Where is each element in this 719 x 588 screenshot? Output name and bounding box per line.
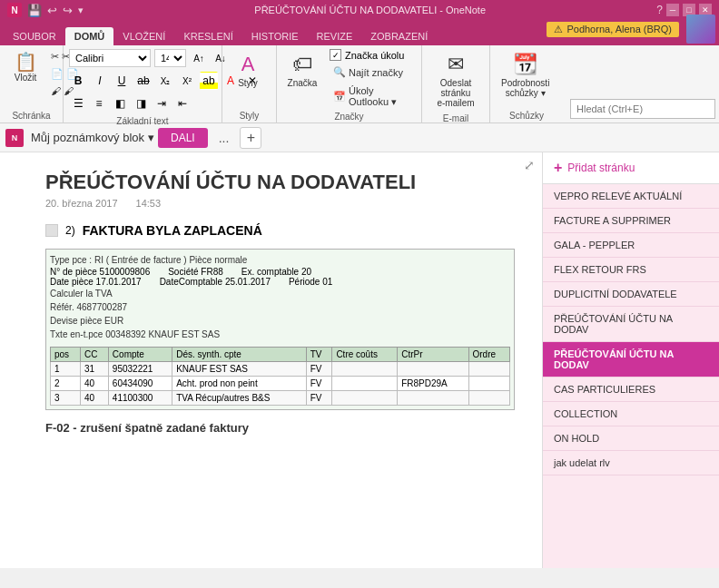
table-row: 24060434090Acht. prod non peintFVFR8PD29… bbox=[51, 377, 510, 391]
find-tags-label: Najít značky bbox=[349, 67, 403, 78]
table-cell-ctre bbox=[332, 362, 398, 377]
main-area: ⤢ PŘEÚČTOVÁNÍ ÚČTU NA DODAVATELI 20. bře… bbox=[0, 152, 719, 568]
notebook-icon: N bbox=[5, 129, 24, 147]
app-icon: N bbox=[7, 3, 22, 17]
sidebar-item-6[interactable]: PŘEÚČTOVÁNÍ ÚČTU NA DODAV bbox=[543, 342, 719, 377]
sidebar-item-5[interactable]: PŘEÚČTOVÁNÍ ÚČTU NA DODAV bbox=[543, 307, 719, 342]
ribbon-search-area: 🔍 bbox=[570, 99, 719, 119]
copy-icon: 📄 bbox=[51, 68, 64, 80]
table-cell-compte: 41100300 bbox=[108, 391, 172, 406]
superscript-button[interactable]: X² bbox=[178, 72, 196, 90]
add-tab-button[interactable]: + bbox=[240, 127, 261, 149]
notebook-tab-dali[interactable]: DALI bbox=[158, 128, 208, 148]
brush-icon: 🖌 bbox=[51, 85, 61, 96]
send-email-button[interactable]: ✉ Odeslat stránku e-mailem bbox=[428, 49, 484, 112]
indent-button[interactable]: ⇥ bbox=[153, 94, 171, 113]
window-title: PŘEÚČTOVÁNÍ ÚČTU NA DODAVATELI - OneNote bbox=[254, 5, 486, 15]
font-size-select[interactable]: 14 bbox=[154, 49, 186, 67]
increase-font-button[interactable]: A↑ bbox=[190, 49, 208, 67]
tab-revize[interactable]: REVIZE bbox=[308, 27, 362, 45]
align-left-button[interactable]: ◧ bbox=[111, 94, 129, 113]
cut-icon: ✂ bbox=[51, 51, 59, 63]
qa-dropdown-icon[interactable]: ▾ bbox=[78, 5, 84, 16]
tab-domu[interactable]: DOMŮ bbox=[65, 27, 114, 45]
tag-button[interactable]: 🏷 Značka bbox=[282, 49, 322, 92]
task-checkbox[interactable] bbox=[330, 49, 341, 61]
sidebar-item-8[interactable]: COLLECTION bbox=[543, 402, 719, 426]
highlight-button[interactable]: ab bbox=[200, 72, 218, 90]
font-name-select[interactable]: Calibri bbox=[69, 49, 151, 67]
footer-text: F-02 - zrušení špatně zadané faktury bbox=[45, 421, 515, 435]
sidebar-item-4[interactable]: DUPLICITNÍ DODAVATELE bbox=[543, 282, 719, 307]
outlook-icon: 📅 bbox=[333, 91, 346, 103]
tag-label: Značka bbox=[288, 78, 318, 88]
basic-text-label: Základní text bbox=[69, 114, 216, 126]
add-page-icon: + bbox=[554, 160, 562, 176]
paste-button[interactable]: 📋 Vložit bbox=[5, 49, 45, 86]
col-compte: Compte bbox=[108, 348, 172, 362]
notebook-more-tabs[interactable]: ... bbox=[212, 131, 237, 145]
search-input[interactable] bbox=[570, 99, 715, 119]
list-number-button[interactable]: ≡ bbox=[90, 94, 108, 113]
doc-date-row: Date pièce 17.01.2017 DateComptable 25.0… bbox=[50, 277, 510, 287]
tags-section-label: Značky bbox=[282, 110, 416, 122]
ribbon: 📋 Vložit ✂ ✂ 📄 📄 🖌 🖌 Schránka Calibri 14… bbox=[0, 45, 719, 123]
section-checkbox[interactable] bbox=[45, 224, 58, 237]
tab-historie[interactable]: HISTORIE bbox=[242, 27, 308, 45]
table-cell-ordre bbox=[468, 377, 510, 391]
page-date: 20. března 2017 14:53 bbox=[45, 198, 515, 209]
sidebar-item-10[interactable]: jak udelat rlv bbox=[543, 451, 719, 475]
expand-button[interactable]: ⤢ bbox=[524, 158, 535, 172]
magnifier-icon: 🔍 bbox=[333, 66, 346, 78]
sidebar-item-0[interactable]: VEPRO RELEVÉ AKTUÁLNÍ bbox=[543, 184, 719, 209]
data-table: pos CC Compte Dés. synth. cpte TV Ctre c… bbox=[50, 347, 510, 406]
outlook-tasks-button[interactable]: 📅 Úkoly Outlooku ▾ bbox=[330, 83, 416, 110]
table-cell-des: KNAUF EST SAS bbox=[172, 362, 307, 377]
table-cell-cc: 40 bbox=[81, 391, 109, 406]
doc-devise: Devise pièce EUR bbox=[50, 316, 123, 326]
subscript-button[interactable]: X₂ bbox=[156, 72, 174, 90]
find-tags-button[interactable]: 🔍 Najít značky bbox=[330, 64, 416, 80]
content-area: ⤢ PŘEÚČTOVÁNÍ ÚČTU NA DODAVATELI 20. bře… bbox=[0, 152, 542, 568]
outdent-button[interactable]: ⇤ bbox=[173, 94, 192, 113]
sidebar-item-7[interactable]: CAS PARTICULIERES bbox=[543, 377, 719, 402]
underline-button[interactable]: U bbox=[113, 72, 131, 90]
tab-soubor[interactable]: SOUBOR bbox=[4, 27, 65, 45]
tab-zobrazeni[interactable]: ZOBRAZENÍ bbox=[361, 27, 437, 45]
col-ctrpr: CtrPr bbox=[398, 348, 468, 362]
col-cc: CC bbox=[81, 348, 109, 362]
email-section-label: E-mail bbox=[428, 112, 484, 123]
bold-button[interactable]: B bbox=[69, 72, 87, 90]
strikethrough-button[interactable]: ab bbox=[134, 72, 153, 90]
align-right-button[interactable]: ◨ bbox=[132, 94, 150, 113]
col-pos: pos bbox=[51, 348, 81, 362]
meetings-section-label: Schůzky bbox=[496, 109, 557, 121]
redo-icon[interactable]: ↪ bbox=[63, 4, 73, 17]
table-cell-des: Acht. prod non peint bbox=[172, 377, 307, 391]
tags-group: 🏷 Značka Značka úkolu 🔍 Najít značky 📅 Ú… bbox=[277, 45, 422, 122]
notebook-name[interactable]: Můj poznámkový blok ▾ bbox=[31, 131, 154, 144]
italic-button[interactable]: I bbox=[91, 72, 109, 90]
list-bullet-button[interactable]: ☰ bbox=[69, 94, 87, 113]
calendar-icon: 📆 bbox=[513, 53, 537, 76]
user-avatar bbox=[686, 15, 715, 44]
table-cell-pos: 2 bbox=[51, 377, 81, 391]
styles-label: Styly bbox=[238, 78, 258, 88]
tab-vlozeni[interactable]: VLOŽENÍ bbox=[113, 27, 174, 45]
notebook-name-label: Můj poznámkový blok bbox=[31, 131, 144, 144]
tab-kresleni[interactable]: KRESLENÍ bbox=[174, 27, 241, 45]
sidebar-item-3[interactable]: FLEX RETOUR FRS bbox=[543, 258, 719, 282]
sidebar-item-2[interactable]: GALA - PEPPLER bbox=[543, 233, 719, 258]
meeting-details-button[interactable]: 📆 Podrobnosti schůzky ▾ bbox=[496, 49, 555, 102]
add-page-button[interactable]: + Přidat stránku bbox=[543, 152, 719, 184]
meeting-details-label: Podrobnosti schůzky ▾ bbox=[501, 78, 549, 98]
table-cell-pos: 3 bbox=[51, 391, 81, 406]
sidebar-item-1[interactable]: FACTURE A SUPPRIMER bbox=[543, 209, 719, 233]
email-icon: ✉ bbox=[448, 53, 464, 76]
table-cell-cc: 31 bbox=[81, 362, 109, 377]
quick-save-icon[interactable]: 💾 bbox=[27, 4, 42, 17]
styles-button[interactable]: A Styly bbox=[228, 49, 268, 92]
doc-periode: Période 01 bbox=[289, 277, 332, 287]
undo-icon[interactable]: ↩ bbox=[47, 4, 57, 17]
sidebar-item-9[interactable]: ON HOLD bbox=[543, 426, 719, 451]
